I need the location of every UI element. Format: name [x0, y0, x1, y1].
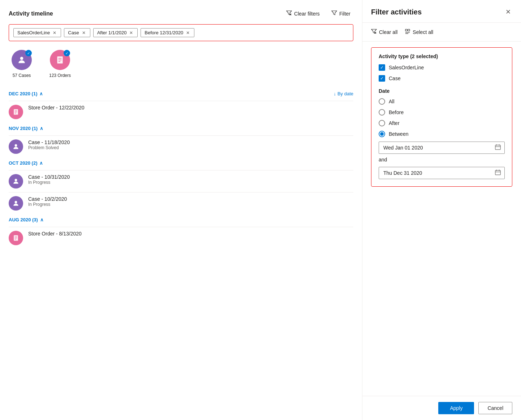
orders-avatar: ✓	[50, 50, 70, 70]
svg-rect-21	[408, 29, 410, 31]
filter-content: Activity type (2 selected) ✓ SalesOrderL…	[362, 42, 521, 396]
collapse-dec2020-icon: ∧	[39, 91, 43, 96]
svg-point-2	[20, 57, 23, 60]
orders-label: 123 Orders	[49, 73, 71, 78]
item-subtitle: Problem Solved	[28, 145, 70, 150]
panel-toolbar: Clear all Select all	[362, 23, 521, 42]
timeline-section: DEC 2020 (1) ∧ ↓ By date Store Order - 1…	[9, 88, 353, 249]
filter-icon	[331, 10, 337, 17]
item-subtitle: In Progress	[28, 202, 67, 207]
select-all-label: Select all	[413, 29, 433, 35]
case-icon-3	[9, 196, 23, 211]
date-to-wrapper	[379, 167, 505, 179]
date-from-row	[379, 142, 505, 154]
activity-title: Activity timeline	[9, 10, 53, 17]
svg-rect-20	[405, 29, 407, 31]
timeline-item-case-1002: Case - 10/2/2020 In Progress	[9, 192, 353, 214]
svg-point-12	[15, 179, 17, 181]
date-section-title: Date	[379, 88, 505, 94]
date-to-input[interactable]	[379, 167, 505, 179]
timeline-item-store-order-1222: Store Order - 12/22/2020	[9, 101, 353, 123]
collapse-oct2020-icon: ∧	[39, 160, 43, 166]
radio-all[interactable]	[379, 98, 385, 105]
cases-check-badge: ✓	[25, 50, 32, 56]
timeline-item-case-1031: Case - 10/31/2020 In Progress	[9, 170, 353, 192]
clear-all-label: Clear all	[379, 29, 397, 35]
checkbox-case[interactable]: ✓	[379, 75, 385, 82]
radio-after[interactable]	[379, 120, 385, 126]
month-label-dec2020: DEC 2020 (1) ∧	[9, 91, 43, 96]
checkbox-row-salesorderline: ✓ SalesOrderLine	[379, 64, 505, 71]
month-header-dec2020: DEC 2020 (1) ∧ ↓ By date	[9, 88, 353, 96]
checkbox-salesorderline-label: SalesOrderLine	[389, 65, 424, 70]
select-all-button[interactable]: Select all	[405, 29, 433, 35]
date-to-row	[379, 167, 505, 179]
date-from-wrapper	[379, 142, 505, 154]
item-title: Case - 11/18/2020	[28, 139, 70, 145]
cases-stat: ✓ 57 Cases	[12, 50, 32, 78]
close-panel-button[interactable]: ✕	[504, 7, 512, 17]
remove-salesorderline-tag[interactable]: ✕	[52, 31, 57, 35]
item-subtitle: In Progress	[28, 180, 70, 185]
sort-by-date-button[interactable]: ↓ By date	[333, 91, 353, 96]
timeline-item-case-1118: Case - 11/18/2020 Problem Solved	[9, 135, 353, 157]
header-actions: Clear filters Filter	[283, 9, 353, 18]
activity-type-title: Activity type (2 selected)	[379, 53, 505, 59]
clear-all-button[interactable]: Clear all	[371, 29, 397, 35]
filter-tag-before: Before 12/31/2020 ✕	[141, 28, 194, 37]
clear-filters-button[interactable]: Clear filters	[283, 9, 323, 18]
month-label-nov2020: NOV 2020 (1) ∧	[9, 126, 43, 131]
panel-footer: Apply Cancel	[362, 396, 521, 420]
remove-case-tag[interactable]: ✕	[81, 31, 86, 35]
radio-row-between: Between	[379, 131, 505, 137]
radio-row-after: After	[379, 120, 505, 126]
svg-point-13	[15, 201, 17, 203]
collapse-nov2020-icon: ∧	[40, 126, 43, 131]
month-label-oct2020: OCT 2020 (2) ∧	[9, 160, 43, 166]
panel-header: Filter activities ✕	[362, 0, 521, 23]
left-panel: Activity timeline Clear filters	[0, 0, 362, 420]
clear-filters-label: Clear filters	[294, 11, 320, 17]
radio-row-all: All	[379, 98, 505, 105]
radio-all-label: All	[389, 99, 395, 104]
timeline-item-store-order-0813: Store Order - 8/13/2020	[9, 227, 353, 249]
store-order-icon-2	[9, 231, 23, 245]
orders-stat: ✓ 123 Orders	[49, 50, 71, 78]
svg-point-11	[15, 144, 17, 147]
radio-after-label: After	[389, 120, 400, 126]
remove-after-tag[interactable]: ✕	[129, 31, 134, 35]
and-label: and	[379, 157, 505, 163]
month-header-aug2020: AUG 2020 (3) ∧	[9, 214, 353, 222]
filter-tag-salesorderline: SalesOrderLine ✕	[13, 28, 61, 37]
radio-between-label: Between	[389, 131, 408, 137]
month-header-nov2020: NOV 2020 (1) ∧	[9, 123, 353, 131]
clear-all-icon	[371, 29, 377, 35]
apply-button[interactable]: Apply	[438, 402, 474, 414]
collapse-aug2020-icon: ∧	[40, 217, 44, 222]
item-title: Store Order - 12/22/2020	[28, 105, 85, 111]
filter-tag-after: After 1/1/2020 ✕	[93, 28, 138, 37]
filter-tags-box: SalesOrderLine ✕ Case ✕ After 1/1/2020 ✕…	[9, 24, 353, 41]
date-from-input[interactable]	[379, 142, 505, 154]
month-label-aug2020: AUG 2020 (3) ∧	[9, 217, 44, 222]
filter-button[interactable]: Filter	[328, 9, 353, 18]
radio-row-before: Before	[379, 109, 505, 116]
radio-before-label: Before	[389, 109, 404, 115]
cases-avatar: ✓	[12, 50, 32, 70]
item-title: Store Order - 8/13/2020	[28, 231, 82, 237]
orders-check-badge: ✓	[64, 50, 70, 56]
filter-tag-case: Case ✕	[64, 28, 90, 37]
stats-row: ✓ 57 Cases ✓ 123 Orders	[9, 50, 353, 78]
remove-before-tag[interactable]: ✕	[185, 31, 190, 35]
radio-before[interactable]	[379, 109, 385, 116]
radio-between[interactable]	[379, 131, 385, 137]
clear-filters-icon	[286, 10, 292, 17]
cases-label: 57 Cases	[13, 73, 31, 78]
cancel-button[interactable]: Cancel	[478, 402, 512, 414]
checkbox-salesorderline[interactable]: ✓	[379, 64, 385, 71]
sort-icon: ↓	[333, 91, 336, 96]
panel-title: Filter activities	[371, 8, 422, 16]
item-title: Case - 10/2/2020	[28, 196, 67, 202]
filter-label: Filter	[339, 11, 350, 17]
activity-header: Activity timeline Clear filters	[9, 9, 353, 18]
